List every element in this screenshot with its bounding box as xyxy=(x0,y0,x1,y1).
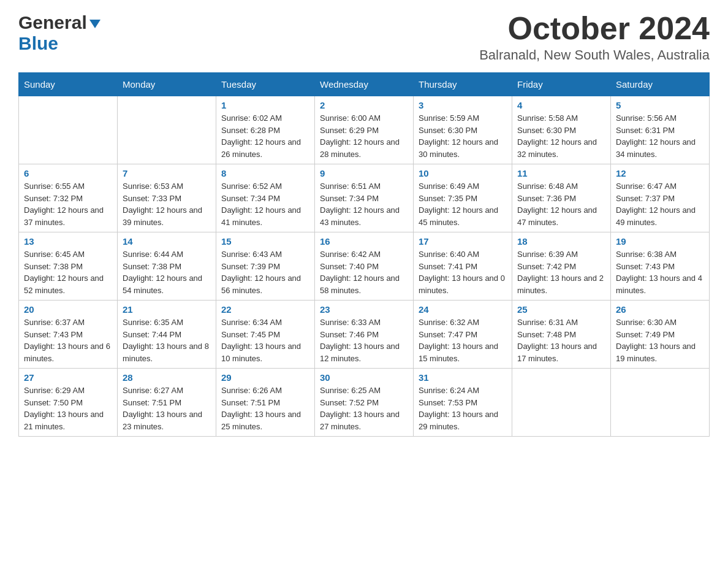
day-info: Sunrise: 6:53 AMSunset: 7:33 PMDaylight:… xyxy=(123,180,211,228)
calendar-table: Sunday Monday Tuesday Wednesday Thursday… xyxy=(18,72,710,437)
day-number: 11 xyxy=(517,168,605,178)
day-number: 22 xyxy=(221,304,309,315)
day-info: Sunrise: 6:32 AMSunset: 7:47 PMDaylight:… xyxy=(419,316,507,364)
calendar-week-row: 20Sunrise: 6:37 AMSunset: 7:43 PMDayligh… xyxy=(19,301,710,369)
table-row: 24Sunrise: 6:32 AMSunset: 7:47 PMDayligh… xyxy=(414,301,512,369)
day-info: Sunrise: 6:26 AMSunset: 7:51 PMDaylight:… xyxy=(221,385,309,432)
day-info: Sunrise: 6:37 AMSunset: 7:43 PMDaylight:… xyxy=(24,316,112,364)
day-info: Sunrise: 6:43 AMSunset: 7:39 PMDaylight:… xyxy=(221,248,309,296)
col-friday: Friday xyxy=(512,73,611,96)
day-info: Sunrise: 6:35 AMSunset: 7:44 PMDaylight:… xyxy=(123,316,211,364)
day-info: Sunrise: 6:44 AMSunset: 7:38 PMDaylight:… xyxy=(123,248,211,296)
table-row: 2Sunrise: 6:00 AMSunset: 6:29 PMDaylight… xyxy=(315,96,414,164)
day-info: Sunrise: 6:52 AMSunset: 7:34 PMDaylight:… xyxy=(221,180,309,228)
calendar-week-row: 6Sunrise: 6:55 AMSunset: 7:32 PMDaylight… xyxy=(19,164,710,232)
table-row: 11Sunrise: 6:48 AMSunset: 7:36 PMDayligh… xyxy=(512,164,611,232)
day-number: 9 xyxy=(320,168,408,178)
day-info: Sunrise: 6:42 AMSunset: 7:40 PMDaylight:… xyxy=(320,248,408,296)
table-row: 22Sunrise: 6:34 AMSunset: 7:45 PMDayligh… xyxy=(216,301,315,369)
table-row: 10Sunrise: 6:49 AMSunset: 7:35 PMDayligh… xyxy=(414,164,512,232)
day-info: Sunrise: 6:31 AMSunset: 7:48 PMDaylight:… xyxy=(517,316,605,364)
table-row: 6Sunrise: 6:55 AMSunset: 7:32 PMDaylight… xyxy=(19,164,118,232)
table-row xyxy=(118,96,216,164)
table-row xyxy=(19,96,118,164)
day-info: Sunrise: 6:39 AMSunset: 7:42 PMDaylight:… xyxy=(517,248,605,296)
table-row: 31Sunrise: 6:24 AMSunset: 7:53 PMDayligh… xyxy=(414,369,512,437)
logo-triangle-icon xyxy=(88,17,102,31)
month-title: October 2024 xyxy=(479,12,710,44)
day-info: Sunrise: 6:33 AMSunset: 7:46 PMDaylight:… xyxy=(320,316,408,364)
table-row: 18Sunrise: 6:39 AMSunset: 7:42 PMDayligh… xyxy=(512,232,611,301)
day-number: 29 xyxy=(221,372,309,383)
day-number: 7 xyxy=(123,168,211,178)
col-wednesday: Wednesday xyxy=(315,73,414,96)
calendar-header-row: Sunday Monday Tuesday Wednesday Thursday… xyxy=(19,73,710,96)
day-info: Sunrise: 6:51 AMSunset: 7:34 PMDaylight:… xyxy=(320,180,408,228)
day-info: Sunrise: 6:40 AMSunset: 7:41 PMDaylight:… xyxy=(419,248,507,296)
day-info: Sunrise: 6:34 AMSunset: 7:45 PMDaylight:… xyxy=(221,316,309,364)
table-row: 13Sunrise: 6:45 AMSunset: 7:38 PMDayligh… xyxy=(19,232,118,301)
table-row: 15Sunrise: 6:43 AMSunset: 7:39 PMDayligh… xyxy=(216,232,315,301)
page-header: General Blue October 2024 Balranald, New… xyxy=(18,12,710,63)
table-row: 9Sunrise: 6:51 AMSunset: 7:34 PMDaylight… xyxy=(315,164,414,232)
day-number: 28 xyxy=(123,372,211,383)
day-number: 19 xyxy=(616,236,704,247)
table-row: 29Sunrise: 6:26 AMSunset: 7:51 PMDayligh… xyxy=(216,369,315,437)
day-number: 1 xyxy=(221,100,309,110)
table-row: 20Sunrise: 6:37 AMSunset: 7:43 PMDayligh… xyxy=(19,301,118,369)
day-number: 8 xyxy=(221,168,309,178)
day-info: Sunrise: 5:58 AMSunset: 6:30 PMDaylight:… xyxy=(517,112,605,160)
col-monday: Monday xyxy=(118,73,216,96)
day-info: Sunrise: 6:38 AMSunset: 7:43 PMDaylight:… xyxy=(616,248,704,296)
day-number: 30 xyxy=(320,372,408,383)
day-number: 6 xyxy=(24,168,112,178)
logo: General Blue xyxy=(18,12,102,54)
table-row: 25Sunrise: 6:31 AMSunset: 7:48 PMDayligh… xyxy=(512,301,611,369)
day-number: 14 xyxy=(123,236,211,247)
table-row: 19Sunrise: 6:38 AMSunset: 7:43 PMDayligh… xyxy=(611,232,710,301)
col-thursday: Thursday xyxy=(414,73,512,96)
table-row: 23Sunrise: 6:33 AMSunset: 7:46 PMDayligh… xyxy=(315,301,414,369)
col-tuesday: Tuesday xyxy=(216,73,315,96)
day-info: Sunrise: 6:29 AMSunset: 7:50 PMDaylight:… xyxy=(24,385,112,432)
day-info: Sunrise: 6:02 AMSunset: 6:28 PMDaylight:… xyxy=(221,112,309,160)
table-row: 4Sunrise: 5:58 AMSunset: 6:30 PMDaylight… xyxy=(512,96,611,164)
day-info: Sunrise: 6:00 AMSunset: 6:29 PMDaylight:… xyxy=(320,112,408,160)
day-number: 10 xyxy=(419,168,507,178)
table-row: 16Sunrise: 6:42 AMSunset: 7:40 PMDayligh… xyxy=(315,232,414,301)
table-row: 7Sunrise: 6:53 AMSunset: 7:33 PMDaylight… xyxy=(118,164,216,232)
day-number: 5 xyxy=(616,100,704,110)
day-number: 20 xyxy=(24,304,112,315)
day-number: 21 xyxy=(123,304,211,315)
table-row: 26Sunrise: 6:30 AMSunset: 7:49 PMDayligh… xyxy=(611,301,710,369)
col-saturday: Saturday xyxy=(611,73,710,96)
table-row: 28Sunrise: 6:27 AMSunset: 7:51 PMDayligh… xyxy=(118,369,216,437)
location-title: Balranald, New South Wales, Australia xyxy=(479,47,710,63)
calendar-week-row: 13Sunrise: 6:45 AMSunset: 7:38 PMDayligh… xyxy=(19,232,710,301)
table-row: 5Sunrise: 5:56 AMSunset: 6:31 PMDaylight… xyxy=(611,96,710,164)
table-row: 27Sunrise: 6:29 AMSunset: 7:50 PMDayligh… xyxy=(19,369,118,437)
table-row: 1Sunrise: 6:02 AMSunset: 6:28 PMDaylight… xyxy=(216,96,315,164)
table-row: 14Sunrise: 6:44 AMSunset: 7:38 PMDayligh… xyxy=(118,232,216,301)
day-number: 24 xyxy=(419,304,507,315)
day-info: Sunrise: 6:30 AMSunset: 7:49 PMDaylight:… xyxy=(616,316,704,364)
day-number: 2 xyxy=(320,100,408,110)
day-number: 12 xyxy=(616,168,704,178)
table-row: 21Sunrise: 6:35 AMSunset: 7:44 PMDayligh… xyxy=(118,301,216,369)
day-info: Sunrise: 6:25 AMSunset: 7:52 PMDaylight:… xyxy=(320,385,408,432)
table-row: 12Sunrise: 6:47 AMSunset: 7:37 PMDayligh… xyxy=(611,164,710,232)
day-info: Sunrise: 5:59 AMSunset: 6:30 PMDaylight:… xyxy=(419,112,507,160)
title-section: October 2024 Balranald, New South Wales,… xyxy=(479,12,710,63)
day-info: Sunrise: 6:55 AMSunset: 7:32 PMDaylight:… xyxy=(24,180,112,228)
day-number: 26 xyxy=(616,304,704,315)
day-number: 15 xyxy=(221,236,309,247)
day-number: 31 xyxy=(419,372,507,383)
day-number: 13 xyxy=(24,236,112,247)
calendar-week-row: 1Sunrise: 6:02 AMSunset: 6:28 PMDaylight… xyxy=(19,96,710,164)
day-info: Sunrise: 6:27 AMSunset: 7:51 PMDaylight:… xyxy=(123,385,211,432)
table-row: 30Sunrise: 6:25 AMSunset: 7:52 PMDayligh… xyxy=(315,369,414,437)
table-row xyxy=(611,369,710,437)
col-sunday: Sunday xyxy=(19,73,118,96)
day-number: 25 xyxy=(517,304,605,315)
day-number: 3 xyxy=(419,100,507,110)
